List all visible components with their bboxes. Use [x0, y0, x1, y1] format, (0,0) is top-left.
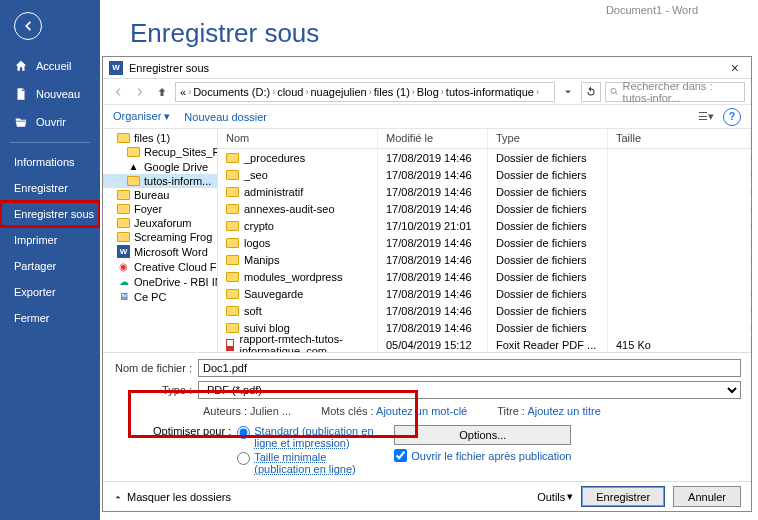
sidebar-item-imprimer[interactable]: Imprimer — [0, 227, 100, 253]
add-tag-link[interactable]: Ajoutez un mot-clé — [376, 405, 467, 417]
home-icon — [14, 59, 28, 73]
breadcrumb-segment[interactable]: Documents (D:) — [193, 86, 270, 98]
breadcrumb-segment[interactable]: cloud — [277, 86, 303, 98]
sidebar-item-enregistrer-sous[interactable]: Enregistrer sous — [0, 201, 100, 227]
file-row[interactable]: modules_wordpress17/08/2019 14:46Dossier… — [218, 268, 751, 285]
close-button[interactable]: × — [725, 60, 745, 76]
doc-icon — [14, 87, 28, 101]
help-button[interactable]: ? — [723, 108, 741, 126]
new-folder-button[interactable]: Nouveau dossier — [184, 111, 267, 123]
breadcrumb-segment[interactable]: tutos-informatique — [446, 86, 534, 98]
add-title-link[interactable]: Ajoutez un titre — [527, 405, 600, 417]
breadcrumb-segment[interactable]: « — [180, 86, 186, 98]
tree-item[interactable]: ▲Google Drive — [103, 159, 217, 174]
column-headers[interactable]: Nom Modifié le Type Taille — [218, 129, 751, 149]
dialog-titlebar: W Enregistrer sous × — [103, 57, 751, 79]
sidebar-item-exporter[interactable]: Exporter — [0, 279, 100, 305]
sidebar-item-nouveau[interactable]: Nouveau — [0, 80, 100, 108]
tree-item[interactable]: WMicrosoft Word — [103, 244, 217, 259]
word-icon: W — [109, 61, 123, 75]
filetype-label: Type : — [113, 384, 198, 396]
file-row[interactable]: Manips17/08/2019 14:46Dossier de fichier… — [218, 251, 751, 268]
tree-item[interactable]: Recup_Sites_F — [103, 145, 217, 159]
tree-item[interactable]: Jeuxaforum — [103, 216, 217, 230]
file-row[interactable]: soft17/08/2019 14:46Dossier de fichiers — [218, 302, 751, 319]
onedrive-icon: ☁ — [117, 275, 130, 288]
search-input[interactable]: Rechercher dans : tutos-infor... — [605, 82, 745, 102]
tree-item[interactable]: Bureau — [103, 188, 217, 202]
folder-icon — [226, 221, 239, 231]
pc-icon: 🖥 — [117, 290, 130, 303]
open-icon — [14, 115, 28, 129]
col-size[interactable]: Taille — [608, 129, 751, 148]
folder-icon — [226, 204, 239, 214]
sidebar-item-enregistrer[interactable]: Enregistrer — [0, 175, 100, 201]
breadcrumb-segment[interactable]: nuagejulien — [310, 86, 366, 98]
save-as-dialog: W Enregistrer sous × «›Documents (D:)›cl… — [102, 56, 752, 512]
file-row[interactable]: Sauvegarde17/08/2019 14:46Dossier de fic… — [218, 285, 751, 302]
file-row[interactable]: crypto17/10/2019 21:01Dossier de fichier… — [218, 217, 751, 234]
tree-item[interactable]: ◉Creative Cloud Fil — [103, 259, 217, 274]
folder-icon — [226, 170, 239, 180]
breadcrumb-dropdown[interactable] — [559, 83, 577, 101]
nav-back-button[interactable] — [109, 83, 127, 101]
tree-item[interactable]: Foyer — [103, 202, 217, 216]
sidebar-item-informations[interactable]: Informations — [0, 149, 100, 175]
tools-menu[interactable]: Outils ▾ — [537, 490, 573, 503]
open-after-checkbox[interactable]: Ouvrir le fichier après publication — [394, 449, 571, 462]
breadcrumb[interactable]: «›Documents (D:)›cloud›nuagejulien›files… — [175, 82, 555, 102]
view-options-button[interactable]: ☰▾ — [697, 108, 715, 126]
optimize-label: Optimiser pour : — [153, 425, 231, 475]
filename-label: Nom de fichier : — [113, 362, 198, 374]
folder-tree[interactable]: files (1)Recup_Sites_F▲Google Drivetutos… — [103, 129, 218, 352]
filetype-select[interactable]: PDF (*.pdf) — [198, 381, 741, 399]
file-row[interactable]: rapport-rmtech-tutos-informatique_com...… — [218, 336, 751, 352]
pdf-icon — [226, 339, 234, 351]
file-row[interactable]: logos17/08/2019 14:46Dossier de fichiers — [218, 234, 751, 251]
folder-icon — [226, 272, 239, 282]
file-row[interactable]: _procedures17/08/2019 14:46Dossier de fi… — [218, 149, 751, 166]
breadcrumb-segment[interactable]: Blog — [417, 86, 439, 98]
nav-forward-button[interactable] — [131, 83, 149, 101]
file-row[interactable]: _seo17/08/2019 14:46Dossier de fichiers — [218, 166, 751, 183]
file-list[interactable]: _procedures17/08/2019 14:46Dossier de fi… — [218, 149, 751, 352]
folder-icon — [117, 218, 130, 228]
sidebar-item-partager[interactable]: Partager — [0, 253, 100, 279]
folder-icon — [226, 187, 239, 197]
breadcrumb-segment[interactable]: files (1) — [374, 86, 410, 98]
folder-icon — [226, 255, 239, 265]
nav-up-button[interactable] — [153, 83, 171, 101]
cancel-button[interactable]: Annuler — [673, 486, 741, 507]
dialog-title: Enregistrer sous — [129, 62, 209, 74]
sidebar-item-fermer[interactable]: Fermer — [0, 305, 100, 331]
tree-item[interactable]: Screaming Frog — [103, 230, 217, 244]
folder-icon — [226, 238, 239, 248]
tree-item[interactable]: 🖥Ce PC — [103, 289, 217, 304]
tree-item[interactable]: files (1) — [103, 131, 217, 145]
back-button[interactable] — [14, 12, 42, 40]
file-row[interactable]: annexes-audit-seo17/08/2019 14:46Dossier… — [218, 200, 751, 217]
folder-icon — [127, 147, 140, 157]
col-date[interactable]: Modifié le — [378, 129, 488, 148]
tree-item[interactable]: tutos-inform... — [103, 174, 217, 188]
sidebar-item-accueil[interactable]: Accueil — [0, 52, 100, 80]
sidebar-item-ouvrir[interactable]: Ouvrir — [0, 108, 100, 136]
options-button[interactable]: Options... — [394, 425, 571, 445]
optimize-min-radio[interactable]: Taille minimale (publication en ligne) — [237, 451, 374, 475]
folder-icon — [117, 204, 130, 214]
folder-icon — [117, 190, 130, 200]
hide-folders-toggle[interactable]: Masquer les dossiers — [113, 491, 231, 503]
optimize-standard-radio[interactable]: Standard (publication en ligne et impres… — [237, 425, 374, 449]
col-type[interactable]: Type — [488, 129, 608, 148]
filename-input[interactable] — [198, 359, 741, 377]
organize-menu[interactable]: Organiser ▾ — [113, 110, 170, 123]
word-backstage-sidebar: AccueilNouveauOuvrir InformationsEnregis… — [0, 0, 100, 520]
refresh-button[interactable] — [581, 82, 601, 102]
gdrive-icon: ▲ — [127, 160, 140, 173]
folder-icon — [226, 289, 239, 299]
file-row[interactable]: administratif17/08/2019 14:46Dossier de … — [218, 183, 751, 200]
tree-item[interactable]: ☁OneDrive - RBI INI — [103, 274, 217, 289]
folder-icon — [127, 176, 140, 186]
col-name[interactable]: Nom — [218, 129, 378, 148]
save-button[interactable]: Enregistrer — [581, 486, 665, 507]
